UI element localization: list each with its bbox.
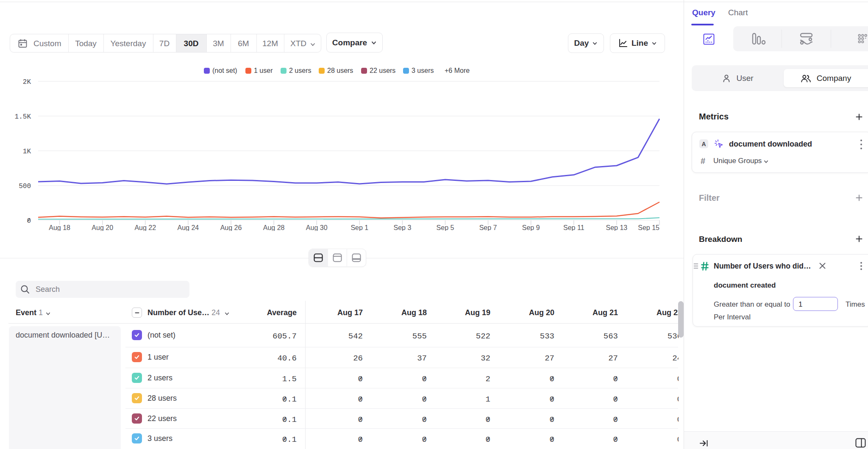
svg-text:Aug 28: Aug 28 — [263, 224, 285, 231]
svg-text:Aug 30: Aug 30 — [306, 224, 328, 231]
svg-text:Aug 22: Aug 22 — [134, 224, 156, 231]
svg-text:Aug 26: Aug 26 — [220, 224, 242, 231]
svg-text:Sep 15: Sep 15 — [638, 224, 659, 231]
svg-text:1.5K: 1.5K — [15, 113, 31, 121]
svg-text:Sep 11: Sep 11 — [563, 224, 584, 231]
svg-text:Sep 13: Sep 13 — [606, 224, 628, 231]
svg-text:Sep 5: Sep 5 — [437, 224, 454, 231]
svg-text:Aug 24: Aug 24 — [178, 224, 199, 231]
svg-text:Aug 20: Aug 20 — [92, 224, 113, 231]
svg-text:Sep 3: Sep 3 — [393, 224, 411, 231]
svg-text:2K: 2K — [23, 78, 31, 86]
svg-text:0: 0 — [27, 217, 31, 225]
svg-text:1K: 1K — [23, 148, 31, 155]
svg-text:Sep 1: Sep 1 — [351, 224, 368, 231]
svg-text:Sep 7: Sep 7 — [479, 224, 497, 231]
svg-text:Aug 18: Aug 18 — [49, 224, 70, 231]
svg-text:500: 500 — [19, 183, 31, 190]
svg-text:Sep 9: Sep 9 — [522, 224, 540, 231]
